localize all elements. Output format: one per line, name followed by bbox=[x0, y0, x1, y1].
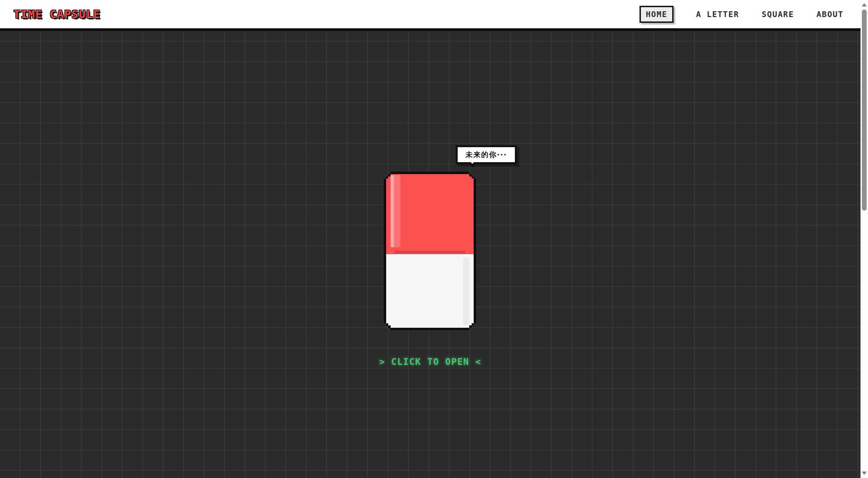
site-logo[interactable]: TIME CAPSULE bbox=[14, 8, 100, 21]
nav-item-about[interactable]: ABOUT bbox=[817, 10, 843, 19]
speech-bubble: 未来的你··· bbox=[456, 145, 517, 164]
scrollbar-thumb[interactable] bbox=[862, 10, 867, 211]
capsule-body bbox=[386, 174, 474, 328]
click-to-open-label[interactable]: > CLICK TO OPEN < bbox=[0, 357, 861, 367]
capsule-red-cap bbox=[386, 174, 474, 254]
nav-item-square[interactable]: SQUARE bbox=[762, 10, 794, 19]
speech-bubble-text: 未来的你··· bbox=[465, 150, 507, 159]
scrollbar[interactable] bbox=[861, 0, 868, 478]
hero-section: 未来的你··· > CLICK TO OPEN < SCROLL DOWN bbox=[0, 31, 861, 478]
capsule-highlight bbox=[391, 175, 400, 247]
capsule-cap-shadow bbox=[394, 251, 465, 253]
time-capsule-pill[interactable] bbox=[384, 172, 476, 330]
nav-item-a-letter[interactable]: A LETTER bbox=[696, 10, 739, 19]
capsule-white-base bbox=[386, 254, 474, 328]
capsule-base-shade bbox=[463, 258, 469, 325]
header: TIME CAPSULE HOME A LETTER SQUARE ABOUT bbox=[0, 0, 861, 31]
scrollbar-down-icon[interactable] bbox=[862, 472, 867, 475]
scrollbar-up-icon[interactable] bbox=[862, 3, 867, 6]
main-nav: HOME A LETTER SQUARE ABOUT bbox=[640, 6, 843, 23]
page: TIME CAPSULE HOME A LETTER SQUARE ABOUT … bbox=[0, 0, 868, 478]
speech-tail-fill bbox=[470, 161, 475, 164]
nav-item-home[interactable]: HOME bbox=[640, 6, 673, 23]
